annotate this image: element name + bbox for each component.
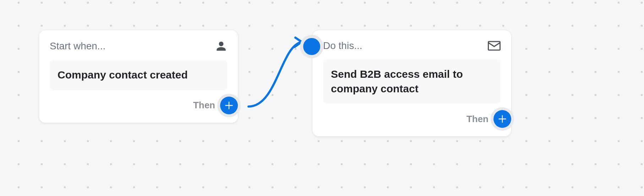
action-card[interactable]: Do this... Send B2B access email to comp… bbox=[312, 30, 511, 136]
action-entry-node[interactable] bbox=[303, 38, 320, 55]
trigger-body[interactable]: Company contact created bbox=[50, 60, 227, 90]
trigger-card[interactable]: Start when... Company contact created Th… bbox=[39, 30, 238, 123]
action-header-label: Do this... bbox=[323, 40, 362, 51]
trigger-header-label: Start when... bbox=[50, 40, 105, 52]
plus-icon bbox=[224, 100, 234, 110]
mail-icon bbox=[488, 41, 501, 51]
person-icon bbox=[215, 40, 227, 52]
trigger-card-footer: Then bbox=[50, 97, 227, 114]
action-body[interactable]: Send B2B access email to company contact bbox=[323, 59, 501, 104]
trigger-then-label: Then bbox=[193, 100, 215, 111]
action-add-step-button[interactable] bbox=[493, 110, 511, 128]
workflow-canvas[interactable]: Start when... Company contact created Th… bbox=[0, 0, 644, 196]
plus-icon bbox=[497, 114, 507, 124]
trigger-card-header: Start when... bbox=[50, 40, 227, 52]
action-then-label: Then bbox=[466, 114, 489, 125]
action-card-header: Do this... bbox=[323, 40, 501, 51]
trigger-add-step-button[interactable] bbox=[220, 97, 238, 114]
action-card-footer: Then bbox=[323, 110, 501, 128]
